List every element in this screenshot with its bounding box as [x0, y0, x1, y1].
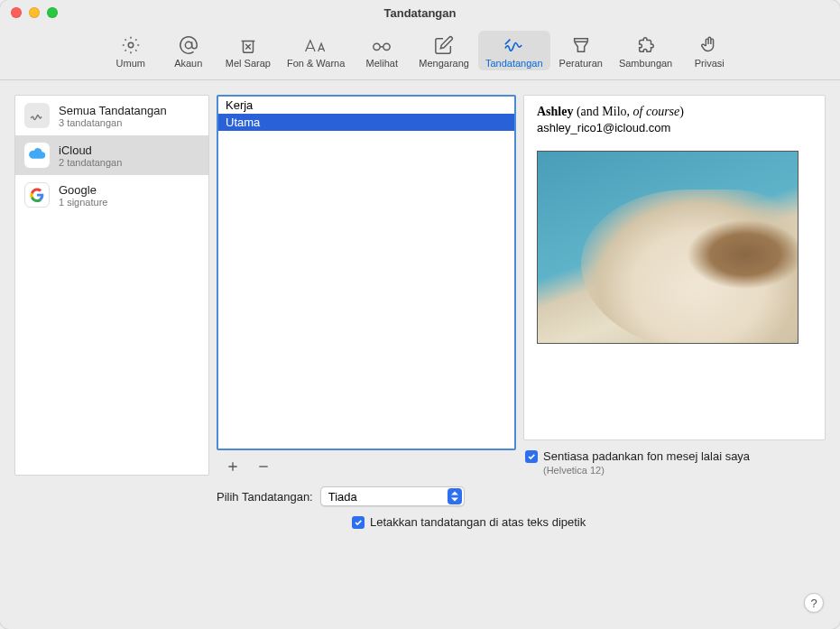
close-button[interactable] — [11, 7, 22, 18]
add-signature-button[interactable] — [224, 458, 242, 476]
signature-image — [537, 151, 798, 344]
place-above-label: Letakkan tandatangan di atas teks dipeti… — [370, 515, 586, 529]
signature-name-bold: Ashley — [537, 105, 573, 118]
tab-label: Peraturan — [559, 58, 603, 69]
tab-label: Privasi — [695, 58, 725, 69]
account-name: Google — [59, 183, 107, 197]
signature-name-end: ) — [679, 105, 684, 118]
window-controls — [11, 7, 58, 18]
tab-general[interactable]: Umum — [103, 31, 159, 70]
preferences-toolbar: Umum Akaun Mel Sarap Fon & Warna Melihat — [0, 25, 840, 80]
account-text: Semua Tandatangan 3 tandatangan — [59, 104, 167, 128]
accounts-list: Semua Tandatangan 3 tandatangan iCloud 2… — [14, 95, 209, 476]
tab-accounts[interactable]: Akaun — [161, 31, 217, 70]
svg-point-3 — [383, 43, 390, 50]
bottom-controls: Pilih Tandatangan: Tiada Letakkan tandat… — [14, 486, 826, 529]
signature-badge-icon — [24, 103, 50, 128]
at-icon — [179, 34, 198, 56]
signature-icon — [503, 34, 526, 56]
tab-extensions[interactable]: Sambungan — [612, 31, 679, 70]
account-google[interactable]: Google 1 signature — [15, 175, 208, 215]
account-name: Semua Tandatangan — [59, 104, 167, 117]
tab-label: Tandatangan — [485, 58, 543, 69]
signatures-column: Kerja Utama — [217, 95, 516, 476]
signature-name-rest: (and Milo, — [573, 105, 632, 118]
window-title: Tandatangan — [0, 6, 840, 20]
titlebar: Tandatangan — [0, 0, 840, 25]
signature-item[interactable]: Kerja — [218, 97, 514, 114]
tab-privacy[interactable]: Privasi — [681, 31, 737, 70]
rules-icon — [571, 34, 591, 56]
trash-icon — [238, 34, 258, 56]
choose-signature-row: Pilih Tandatangan: Tiada — [217, 486, 826, 506]
font-icon — [303, 34, 328, 56]
dog-photo — [581, 190, 798, 344]
select-stepper-icon — [448, 488, 462, 504]
add-remove-buttons — [217, 450, 516, 476]
svg-point-1 — [185, 42, 191, 48]
account-sub: 2 tandatangan — [59, 157, 122, 168]
account-icloud[interactable]: iCloud 2 tandatangan — [15, 135, 208, 175]
content-area: Semua Tandatangan 3 tandatangan iCloud 2… — [0, 80, 840, 629]
tab-viewing[interactable]: Melihat — [354, 31, 410, 70]
puzzle-icon — [636, 34, 656, 56]
match-font-row: Sentiasa padankan fon mesej lalai saya (… — [523, 440, 826, 476]
icloud-icon — [24, 143, 50, 168]
remove-signature-button[interactable] — [254, 458, 272, 476]
signature-email: ashley_rico1@icloud.com — [537, 121, 812, 134]
select-value: Tiada — [328, 490, 357, 504]
google-icon — [24, 182, 50, 208]
tab-fonts[interactable]: Fon & Warna — [280, 31, 352, 70]
account-sub: 1 signature — [59, 197, 107, 208]
svg-point-0 — [128, 42, 134, 48]
tab-composing[interactable]: Mengarang — [411, 31, 476, 70]
svg-point-2 — [374, 43, 380, 50]
account-text: Google 1 signature — [59, 183, 107, 208]
tab-label: Akaun — [174, 58, 202, 69]
help-button[interactable]: ? — [804, 593, 824, 613]
zoom-button[interactable] — [47, 7, 58, 18]
hand-icon — [699, 34, 719, 56]
account-name: iCloud — [59, 143, 122, 157]
tab-label: Melihat — [366, 58, 398, 69]
compose-icon — [434, 34, 454, 56]
tab-label: Fon & Warna — [287, 58, 345, 69]
account-text: iCloud 2 tandatangan — [59, 143, 122, 168]
signature-item[interactable]: Utama — [218, 114, 514, 131]
signatures-list[interactable]: Kerja Utama — [217, 95, 516, 450]
panels: Semua Tandatangan 3 tandatangan iCloud 2… — [14, 95, 826, 476]
match-font-sub: (Helvetica 12) — [543, 465, 750, 476]
signature-preview[interactable]: Ashley (and Milo, of course) ashley_rico… — [523, 95, 826, 440]
tab-label: Umum — [116, 58, 145, 69]
tab-label: Mel Sarap — [226, 58, 271, 69]
tab-label: Sambungan — [619, 58, 672, 69]
choose-signature-label: Pilih Tandatangan: — [217, 490, 313, 504]
signature-line-name: Ashley (and Milo, of course) — [537, 105, 812, 119]
gear-icon — [121, 34, 141, 56]
match-font-label: Sentiasa padankan fon mesej lalai saya — [543, 449, 750, 463]
glasses-icon — [370, 34, 393, 56]
place-above-checkbox[interactable] — [352, 516, 365, 529]
signature-name-italic: of course — [633, 105, 680, 118]
tab-junk[interactable]: Mel Sarap — [218, 31, 278, 70]
preview-column: Ashley (and Milo, of course) ashley_rico… — [523, 95, 826, 476]
tab-label: Mengarang — [419, 58, 469, 69]
choose-signature-select[interactable]: Tiada — [320, 486, 465, 506]
preferences-window: Tandatangan Umum Akaun Mel Sarap Fon & W… — [0, 0, 840, 629]
account-sub: 3 tandatangan — [59, 117, 167, 128]
minimize-button[interactable] — [29, 7, 40, 18]
tab-signatures[interactable]: Tandatangan — [478, 31, 550, 70]
match-font-checkbox[interactable] — [525, 450, 538, 463]
account-all-signatures[interactable]: Semua Tandatangan 3 tandatangan — [15, 96, 208, 135]
tab-rules[interactable]: Peraturan — [552, 31, 610, 70]
place-above-row: Letakkan tandatangan di atas teks dipeti… — [352, 515, 826, 529]
